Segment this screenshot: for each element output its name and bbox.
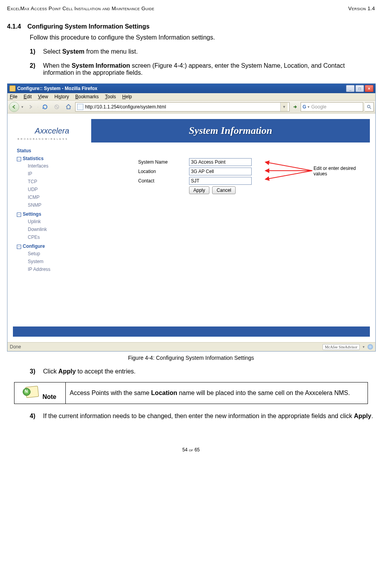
nav-dropdown-icon[interactable]: ▼ [21, 105, 24, 109]
browser-statusbar: Done McAfee SiteAdvisor ▼ [7, 342, 375, 351]
reload-button[interactable] [40, 102, 50, 112]
step-number: 2) [30, 62, 43, 76]
section-intro: Follow this procedure to configure the S… [30, 34, 375, 41]
sidebar-item-icmp[interactable]: ICMP [28, 193, 95, 201]
menu-tools[interactable]: Tools [105, 94, 116, 99]
logo-text: Axxcelera [35, 126, 69, 135]
browser-search-field[interactable]: G ▼ Google [301, 102, 363, 112]
sidebar-item-udp[interactable]: UDP [28, 186, 95, 193]
menu-help[interactable]: Help [122, 94, 132, 99]
menu-history[interactable]: History [54, 94, 69, 99]
sidebar-item-cpes[interactable]: CPEs [28, 233, 95, 241]
sidebar-item-uplink[interactable]: Uplink [28, 218, 95, 225]
input-system-name[interactable] [189, 158, 252, 166]
sidebar-group-statistics[interactable]: –Statistics [17, 156, 95, 161]
window-titlebar: Configure:: System - Mozilla Firefox _ □… [7, 84, 375, 93]
close-button[interactable]: × [365, 85, 373, 92]
note-text: Access Points with the same Location nam… [66, 382, 368, 404]
annotation-arrows-icon [263, 161, 314, 182]
running-header: ExcelMax Access Point Cell Installation … [7, 5, 375, 11]
section-number: 4.1.4 [7, 23, 21, 30]
step-number: 4) [30, 413, 43, 420]
sidebar-item-setup[interactable]: Setup [28, 250, 95, 258]
firefox-icon [9, 85, 16, 92]
go-button[interactable] [291, 103, 299, 111]
label-contact: Contact [138, 178, 189, 184]
nav-forward-button[interactable] [25, 102, 36, 112]
step-text: Select System from the menu list. [43, 48, 138, 55]
browser-viewport: Axxcelera B R O A D B A N D W I R E L E … [7, 114, 375, 342]
menu-bookmarks[interactable]: Bookmarks [75, 94, 99, 99]
figure-caption: Figure 4-4: Configuring System Informati… [7, 355, 375, 361]
address-dropdown-icon[interactable]: ▼ [280, 103, 288, 111]
menu-view[interactable]: View [38, 94, 48, 99]
svg-line-1 [56, 106, 58, 108]
screenshot-frame: Configure:: System - Mozilla Firefox _ □… [7, 83, 376, 352]
header-right: Version 1.4 [348, 5, 375, 11]
mcafee-badge[interactable]: McAfee SiteAdvisor [323, 344, 360, 350]
note-icon [23, 386, 39, 399]
stop-button[interactable] [52, 102, 62, 112]
note-box: Note Access Points with the same Locatio… [14, 382, 368, 404]
step-3: 3) Click Apply to accept the entries. [30, 368, 375, 375]
annotation-callout: Edit or enter desired values [263, 161, 370, 182]
sidebar-group-configure[interactable]: –Configure [17, 243, 95, 249]
section-heading: 4.1.4 Configuring System Information Set… [7, 23, 375, 30]
window-title: Configure:: System - Mozilla Firefox [17, 86, 97, 91]
page-footer: 54 of 65 [7, 447, 375, 453]
svg-line-6 [265, 171, 312, 179]
sidebar-group-settings[interactable]: –Settings [17, 211, 95, 217]
annotation-text: Edit or enter desired values [314, 166, 370, 177]
note-label: Note [42, 393, 56, 400]
input-contact[interactable] [189, 177, 252, 185]
page-icon [77, 104, 83, 110]
sidebar-status[interactable]: Status [17, 148, 95, 153]
input-location[interactable] [189, 168, 252, 175]
menu-file[interactable]: File [10, 94, 17, 99]
step-text: When the System Information screen (Figu… [43, 62, 375, 76]
apply-button[interactable]: Apply [189, 186, 209, 194]
sidebar-item-ipaddress[interactable]: IP Address [28, 265, 95, 273]
step-number: 1) [30, 48, 43, 55]
axxcelera-logo: Axxcelera B R O A D B A N D W I R E L E … [13, 119, 91, 142]
search-placeholder: Google [311, 104, 326, 110]
section-title-text: Configuring System Information Settings [27, 23, 150, 30]
logo-subtext: B R O A D B A N D W I R E L E S S [18, 138, 67, 140]
cancel-button[interactable]: Cancel [212, 186, 235, 194]
header-left: ExcelMax Access Point Cell Installation … [7, 5, 154, 11]
address-bar[interactable]: http://10.1.1.254/configure/system.html … [75, 102, 290, 112]
nav-back-button[interactable] [9, 102, 19, 112]
status-text: Done [10, 344, 21, 350]
step-text: Click Apply to accept the entries. [43, 368, 136, 375]
svg-point-2 [368, 105, 370, 108]
sidebar-item-ip[interactable]: IP [28, 170, 95, 178]
steps-1-2: 1) Select System from the menu list. 2) … [30, 48, 375, 76]
google-icon: G [303, 104, 306, 110]
menu-edit[interactable]: Edit [23, 94, 32, 99]
browser-toolbar: ▼ · http://10.1.1.254/configure/system.h… [7, 101, 375, 114]
step-number: 3) [30, 368, 43, 375]
maximize-button[interactable]: □ [355, 85, 364, 92]
step-text: If the current information needs to be c… [43, 413, 373, 420]
step-4: 4) If the current information needs to b… [30, 413, 375, 420]
sidebar-item-tcp[interactable]: TCP [28, 178, 95, 186]
sidebar-item-snmp[interactable]: SNMP [28, 201, 95, 209]
label-location: Location [138, 169, 189, 174]
zone-icon [368, 344, 373, 350]
address-text: http://10.1.1.254/configure/system.html [85, 104, 280, 110]
mcafee-dropdown-icon[interactable]: ▼ [362, 345, 365, 349]
form-area: System Name Location Contact Apply Cance… [99, 142, 370, 326]
left-nav: Status –Statistics Interfaces IP TCP UDP… [13, 142, 99, 326]
svg-line-3 [370, 108, 371, 109]
home-button[interactable] [63, 102, 74, 112]
page-footer-bar [13, 326, 370, 337]
sidebar-item-interfaces[interactable]: Interfaces [28, 162, 95, 170]
sidebar-item-downlink[interactable]: Downlink [28, 225, 95, 233]
page-titlebar: Axxcelera B R O A D B A N D W I R E L E … [13, 119, 370, 142]
search-go-icon[interactable] [365, 102, 374, 112]
minimize-button[interactable]: _ [346, 85, 355, 92]
svg-line-4 [265, 162, 312, 171]
sidebar-item-system[interactable]: System [28, 258, 95, 265]
browser-menubar: File Edit View History Bookmarks Tools H… [7, 93, 375, 101]
label-system-name: System Name [138, 159, 189, 165]
